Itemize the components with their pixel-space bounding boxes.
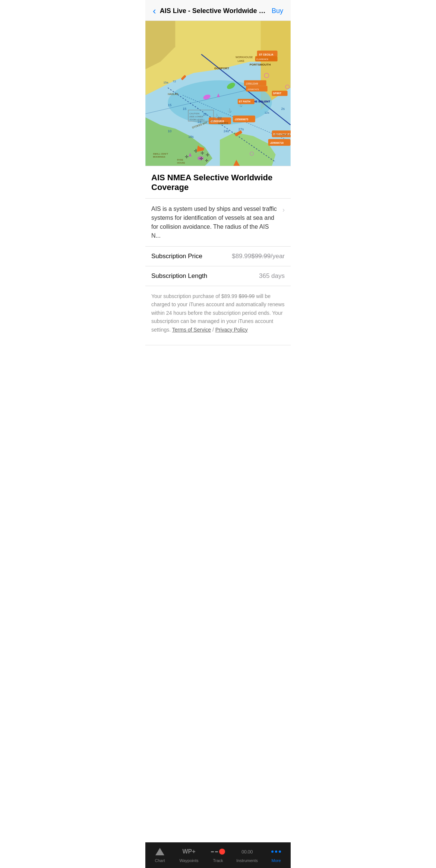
svg-text:CLARENCE: CLARENCE [256, 58, 269, 60]
terms-link[interactable]: Terms of Service [172, 327, 211, 333]
buy-button[interactable]: Buy [272, 7, 283, 15]
svg-text:USERS: USERS [218, 121, 228, 125]
svg-text:15: 15 [168, 103, 171, 107]
chevron-right-icon: › [282, 206, 285, 214]
description-row[interactable]: AIS is a system used by ships and vessel… [145, 199, 291, 247]
map-image: -235031619 -235069875 BANGKOK EXPRESS -2… [145, 21, 291, 166]
svg-text:✛: ✛ [199, 156, 203, 161]
svg-text:10: 10 [168, 129, 171, 133]
svg-text:ST FAITH: ST FAITH [239, 100, 250, 103]
svg-text:◯: ◯ [285, 84, 290, 89]
svg-text:◯: ◯ [264, 72, 269, 78]
page-title: AIS Live - Selective Worldwide Co... [160, 7, 268, 15]
back-button[interactable]: ‹ [153, 5, 156, 17]
price-current: $89.99 [232, 253, 251, 260]
description-text: AIS is a system used by ships and vessel… [151, 205, 279, 240]
subscription-length-label: Subscription Length [151, 272, 207, 280]
map-svg: -235031619 -235069875 BANGKOK EXPRESS -2… [145, 21, 291, 166]
svg-text:⚓: ⚓ [227, 108, 232, 113]
svg-text:2s: 2s [281, 107, 285, 111]
svg-text:12s: 12s [265, 111, 269, 114]
svg-text:-235084718: -235084718 [270, 142, 284, 144]
svg-text:15: 15 [183, 107, 186, 111]
svg-text:GOSPORT: GOSPORT [214, 67, 229, 70]
privacy-link[interactable]: Privacy Policy [215, 327, 248, 333]
svg-text:WORKHOUSE: WORKHOUSE [236, 56, 253, 58]
svg-text:LAKE: LAKE [238, 60, 244, 62]
subscription-price-label: Subscription Price [151, 253, 202, 260]
svg-text:(SEE LOWER ZOOMS): (SEE LOWER ZOOMS) [274, 133, 291, 136]
svg-text:15a: 15a [163, 81, 168, 84]
svg-text:72: 72 [173, 80, 176, 83]
product-content: AIS NMEA Selective Worldwide Coverage AI… [145, 166, 291, 345]
svg-text:ZOOM LEVEL): ZOOM LEVEL) [189, 118, 204, 121]
svg-text:-235069875: -235069875 [234, 118, 248, 121]
disclaimer-text: Your subscription purchase of $89.99 $99… [145, 286, 291, 345]
svg-text:◯: ◯ [250, 151, 254, 156]
subscription-price-row: Subscription Price $89.99$99.99/year [145, 247, 291, 266]
price-period: /year [271, 253, 285, 260]
subscription-length-row: Subscription Length 365 days [145, 266, 291, 286]
svg-text:18s: 18s [188, 135, 194, 139]
svg-text:HOUSE: HOUSE [177, 162, 185, 164]
subscription-length-value: 365 days [259, 272, 285, 280]
svg-text:(SEE LOWER: (SEE LOWER [189, 115, 203, 118]
svg-text:24: 24 [203, 113, 207, 116]
price-original: $99.99 [251, 253, 271, 260]
svg-text:✛: ✛ [205, 158, 208, 163]
svg-text:24s: 24s [224, 129, 229, 133]
svg-text:-235012349: -235012349 [245, 82, 258, 85]
svg-text:✛: ✛ [200, 151, 204, 156]
svg-text:SMALL CRAFT: SMALL CRAFT [153, 153, 168, 155]
svg-text:✛: ✛ [185, 154, 189, 159]
svg-text:✛: ✛ [206, 152, 209, 158]
svg-text:22: 22 [218, 116, 222, 120]
subscription-price-value: $89.99$99.99/year [232, 253, 285, 260]
svg-text:MOORINGS: MOORINGS [153, 156, 165, 158]
svg-text:PORTSMOUTH: PORTSMOUTH [250, 63, 271, 66]
svg-text:27s: 27s [238, 127, 244, 131]
navigation-bar: ‹ AIS Live - Selective Worldwide Co... B… [145, 0, 291, 21]
svg-text:ST CECILIA: ST CECILIA [259, 53, 274, 56]
svg-text:CAUTION: CAUTION [189, 113, 199, 115]
product-title: AIS NMEA Selective Worldwide Coverage [145, 166, 291, 199]
svg-text:SPIRIT: SPIRIT [273, 92, 282, 95]
svg-text:RYDE: RYDE [177, 159, 183, 161]
svg-text:HASLAR: HASLAR [168, 93, 178, 95]
svg-text:-235007473: -235007473 [247, 88, 259, 91]
